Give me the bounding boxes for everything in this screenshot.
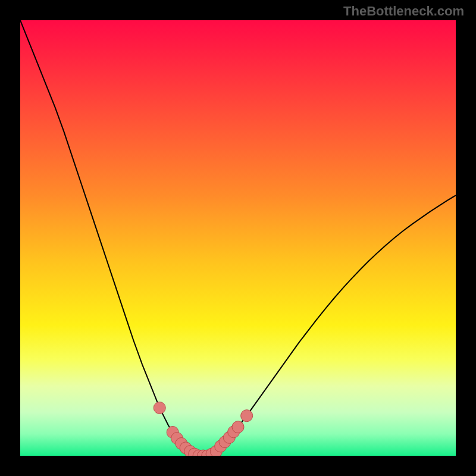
data-point-marker — [154, 402, 165, 414]
gradient-background — [20, 20, 456, 456]
data-point-marker — [232, 421, 244, 433]
chart-plot-area — [20, 20, 456, 456]
data-point-marker — [241, 410, 253, 422]
watermark-text: TheBottleneck.com — [343, 4, 464, 19]
